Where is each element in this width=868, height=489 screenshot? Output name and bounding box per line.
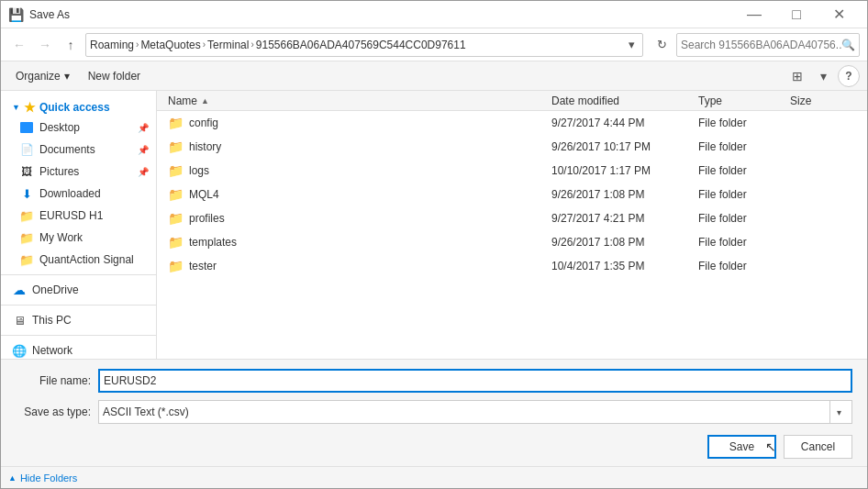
sidebar-item-eurusd[interactable]: 📁 EURUSD H1 [1,205,156,227]
file-date-cell: 9/26/2017 1:08 PM [548,236,695,249]
sidebar-divider-3 [1,335,156,336]
col-date-label: Date modified [551,94,619,107]
file-type-cell: File folder [695,188,786,201]
col-date-header[interactable]: Date modified [548,94,695,107]
file-date-cell: 9/26/2017 1:08 PM [548,188,695,201]
cancel-label: Cancel [801,440,835,453]
eurusd-icon: 📁 [19,208,34,223]
file-type-cell: File folder [695,140,786,153]
sidebar-item-label: OneDrive [32,283,79,296]
path-dropdown-button[interactable]: ▾ [624,34,639,56]
file-date-cell: 9/27/2017 4:44 PM [548,117,695,129]
sidebar-item-mywork[interactable]: 📁 My Work [1,227,156,249]
star-icon: ★ [24,100,36,115]
folder-icon: 📁 [168,235,184,250]
new-folder-button[interactable]: New folder [81,65,148,87]
quick-access-label: Quick access [39,101,110,114]
save-as-dialog: 💾 Save As — □ ✕ ← → ↑ Roaming › MetaQuot… [0,0,868,489]
sidebar-item-downloaded[interactable]: ⬇ Downloaded [1,183,156,205]
folder-icon: 📁 [168,211,184,226]
table-row[interactable]: 📁 config 9/27/2017 4:44 PM File folder [157,111,867,135]
path-roaming: Roaming [90,39,134,51]
quick-access-header[interactable]: ▼ ★ Quick access [1,94,156,117]
back-button[interactable]: ← [8,34,30,56]
filename-input[interactable] [98,369,852,393]
filename-row: File name: [16,369,852,393]
path-sep2: › [203,39,206,50]
thispc-icon: 🖥 [12,313,27,328]
address-toolbar: ← → ↑ Roaming › MetaQuotes › Terminal › … [1,28,867,61]
file-name-cell: 📁 history [164,139,548,154]
table-row[interactable]: 📁 profiles 9/27/2017 4:21 PM File folder [157,206,867,230]
table-row[interactable]: 📁 logs 10/10/2017 1:17 PM File folder [157,159,867,183]
file-type-cell: File folder [695,260,786,272]
sidebar-divider-1 [1,274,156,275]
sidebar-item-thispc[interactable]: 🖥 This PC [1,309,156,331]
filetype-row: Save as type: ASCII Text (*.csv) ▾ [16,400,852,424]
table-row[interactable]: 📁 history 9/26/2017 10:17 PM File folder [157,135,867,159]
view-dropdown-button[interactable]: ▾ [812,65,834,87]
view-toggle-button[interactable]: ⊞ [786,65,808,87]
filetype-value: ASCII Text (*.csv) [103,406,829,418]
main-area: ▼ ★ Quick access Desktop 📌 📄 Documents 📌 [1,91,867,359]
close-button[interactable]: ✕ [818,1,860,28]
sidebar-item-label: Documents [39,143,95,156]
path-sep3: › [250,39,253,50]
help-button[interactable]: ? [838,65,860,87]
file-name-cell: 📁 logs [164,163,548,178]
folder-icon: 📁 [168,187,184,202]
search-box[interactable]: 🔍 [676,33,860,57]
sidebar-item-label: Downloaded [39,187,101,200]
filetype-select[interactable]: ASCII Text (*.csv) ▾ [98,400,852,424]
organize-button[interactable]: Organize ▾ [8,65,77,87]
cursor-indicator: ↖ [765,439,776,454]
sidebar-item-label: Desktop [39,121,80,134]
table-row[interactable]: 📁 templates 9/26/2017 1:08 PM File folde… [157,230,867,254]
path-sep1: › [136,39,139,50]
network-icon: 🌐 [12,343,27,358]
file-name-text: profiles [189,212,225,225]
sidebar-item-documents[interactable]: 📄 Documents 📌 [1,139,156,161]
save-button[interactable]: Save ↖ [707,435,776,459]
sidebar-item-network[interactable]: 🌐 Network [1,339,156,359]
sidebar-item-desktop[interactable]: Desktop 📌 [1,117,156,139]
col-type-label: Type [698,94,722,107]
col-size-header[interactable]: Size [786,94,860,107]
sidebar-divider-2 [1,305,156,306]
maximize-button[interactable]: □ [775,1,818,28]
forward-button[interactable]: → [34,34,56,56]
col-name-header[interactable]: Name ▲ [164,94,548,107]
address-path: Roaming › MetaQuotes › Terminal › 915566… [90,39,624,51]
quick-access-section: ▼ ★ Quick access Desktop 📌 📄 Documents 📌 [1,94,156,271]
refresh-button[interactable]: ↻ [651,34,673,56]
file-rows-container: 📁 config 9/27/2017 4:44 PM File folder 📁… [157,111,867,278]
sidebar-item-onedrive[interactable]: ☁ OneDrive [1,279,156,301]
actions-toolbar: Organize ▾ New folder ⊞ ▾ ? [1,61,867,91]
collapse-icon: ▼ [12,103,20,112]
table-row[interactable]: 📁 MQL4 9/26/2017 1:08 PM File folder [157,183,867,206]
file-type-cell: File folder [695,212,786,225]
sidebar-item-label: EURUSD H1 [39,209,103,222]
hide-folders-button[interactable]: ▲ Hide Folders [8,472,77,483]
minimize-button[interactable]: — [733,1,775,28]
mywork-icon: 📁 [19,230,34,245]
sidebar-item-pictures[interactable]: 🖼 Pictures 📌 [1,161,156,183]
save-label: Save [729,440,754,453]
col-size-label: Size [790,94,811,107]
sidebar-item-quantaction[interactable]: 📁 QuantAction Signal [1,249,156,271]
table-row[interactable]: 📁 tester 10/4/2017 1:35 PM File folder [157,254,867,278]
col-type-header[interactable]: Type [695,94,786,107]
filetype-arrow-icon[interactable]: ▾ [829,401,848,423]
cancel-button[interactable]: Cancel [784,435,852,459]
file-list: Name ▲ Date modified Type Size 📁 config … [157,91,867,359]
bottom-buttons: Save ↖ Cancel [16,431,852,459]
file-date-cell: 9/27/2017 4:21 PM [548,212,695,225]
file-name-cell: 📁 tester [164,259,548,273]
search-input[interactable] [681,39,841,51]
file-name-cell: 📁 config [164,116,548,130]
onedrive-icon: ☁ [12,283,27,297]
path-metaquotes: MetaQuotes [140,39,200,51]
titlebar: 💾 Save As — □ ✕ [1,1,867,28]
address-bar[interactable]: Roaming › MetaQuotes › Terminal › 915566… [85,33,643,57]
up-button[interactable]: ↑ [60,34,82,56]
